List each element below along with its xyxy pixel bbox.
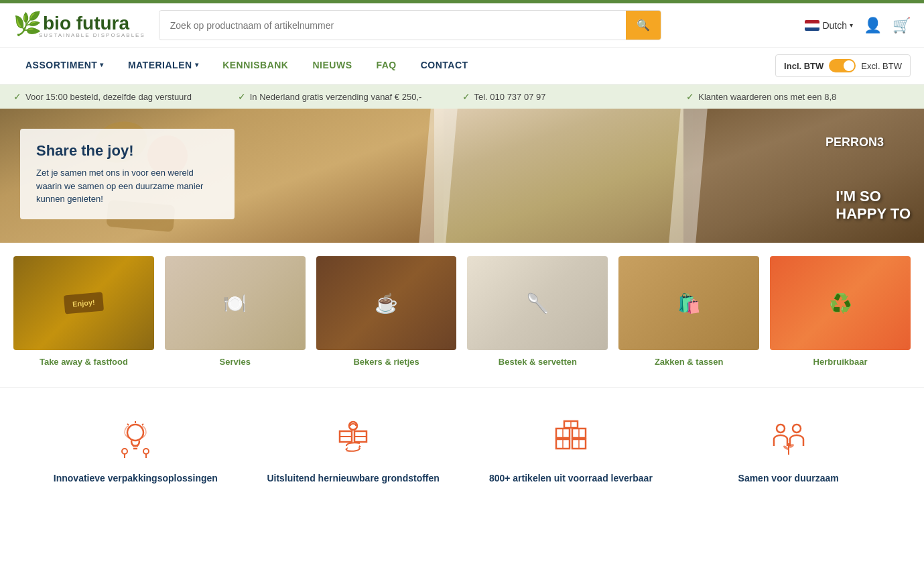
- info-item-1: ✓ Voor 15:00 besteld, dezelfde dag verst…: [13, 91, 238, 102]
- chevron-down-icon: ▾: [195, 61, 199, 68]
- hero-right-subtext: I'M SOHAPPY TO: [836, 188, 911, 223]
- nav-item-assortiment[interactable]: ASSORTIMENT ▾: [13, 48, 116, 84]
- svg-point-27: [777, 424, 785, 433]
- category-img-bekers: ☕: [316, 256, 457, 350]
- header: 🌿 bio futura SUSTAINABLE DISPOSABLES 🔍 D…: [0, 3, 924, 48]
- feature-label-hernieuwbare: Uitsluitend hernieuwbare grondstoffen: [267, 472, 439, 485]
- btw-toggle[interactable]: Incl. BTW Excl. BTW: [775, 54, 911, 77]
- logo-text: bio futura: [43, 13, 129, 34]
- category-label-herbruikbaar: Herbruikbaar: [813, 357, 868, 367]
- hero-text-box: Share the joy! Zet je samen met ons in v…: [20, 129, 235, 219]
- account-icon[interactable]: 👤: [864, 17, 882, 34]
- category-servies[interactable]: 🍽️ Servies: [165, 256, 306, 367]
- cart-icon[interactable]: 🛒: [893, 17, 911, 34]
- hero-right-text: PERRON3: [826, 135, 884, 150]
- search-icon: 🔍: [637, 19, 650, 31]
- category-takeaway[interactable]: Enjoy! Take away & fastfood: [13, 256, 154, 367]
- category-label-bekers: Bekers & rietjes: [353, 357, 419, 367]
- check-icon: ✓: [462, 91, 470, 102]
- svg-point-28: [793, 424, 801, 433]
- language-label: Dutch: [822, 20, 847, 31]
- feature-label-artikelen: 800+ artikelen uit voorraad leverbaar: [489, 472, 653, 485]
- category-label-bestek: Bestek & servetten: [499, 357, 577, 367]
- category-img-takeaway: Enjoy!: [13, 256, 154, 350]
- hero-description: Zet je samen met ons in voor een wereld …: [36, 166, 218, 206]
- hero-banner: PERRON3 I'M SOHAPPY TO Share the joy! Ze…: [0, 109, 924, 243]
- feature-label-innovatieve: Innovatieve verpakkingsoplossingen: [54, 472, 218, 485]
- category-zakken[interactable]: 🛍️ Zakken & tassen: [618, 256, 759, 367]
- hero-title: Share the joy!: [36, 142, 218, 160]
- svg-line-5: [142, 424, 143, 425]
- nav-item-kennisbank[interactable]: KENNISBANK: [210, 48, 300, 84]
- feature-artikelen: 800+ artikelen uit voorraad leverbaar: [462, 408, 680, 492]
- feature-label-duurzaam: Samen voor duurzaam: [738, 472, 839, 485]
- svg-point-0: [127, 424, 143, 441]
- header-right: Dutch ▾ 👤 🛒: [805, 17, 911, 34]
- features-section: Innovatieve verpakkingsoplossingen Uitsl…: [0, 387, 924, 512]
- search-button[interactable]: 🔍: [626, 11, 661, 40]
- btw-switch[interactable]: [829, 59, 856, 72]
- check-icon: ✓: [13, 91, 21, 102]
- nav-item-materialen[interactable]: MATERIALEN ▾: [116, 48, 210, 84]
- feature-innovatieve: Innovatieve verpakkingsoplossingen: [27, 408, 245, 492]
- people-icon: [765, 414, 812, 461]
- check-icon: ✓: [238, 91, 246, 102]
- category-herbruikbaar[interactable]: ♻️ Herbruikbaar: [770, 256, 911, 367]
- language-selector[interactable]: Dutch ▾: [805, 20, 853, 31]
- category-img-herbruikbaar: ♻️: [770, 256, 911, 350]
- feature-duurzaam: Samen voor duurzaam: [679, 408, 897, 492]
- category-label-takeaway: Take away & fastfood: [40, 357, 128, 367]
- category-label-servies: Servies: [220, 357, 251, 367]
- info-item-3: ✓ Tel. 010 737 07 97: [462, 91, 687, 102]
- logo-leaf-icon: 🌿: [13, 12, 42, 35]
- flag-icon: [805, 20, 819, 31]
- category-label-zakken: Zakken & tassen: [655, 357, 724, 367]
- check-icon: ✓: [686, 91, 694, 102]
- nav-item-nieuws[interactable]: NIEUWS: [300, 48, 364, 84]
- search-input[interactable]: [159, 12, 626, 39]
- nav-item-faq[interactable]: FAQ: [364, 48, 408, 84]
- category-bekers[interactable]: ☕ Bekers & rietjes: [316, 256, 457, 367]
- recycle-icon: [330, 414, 377, 461]
- btw-incl-label: Incl. BTW: [784, 61, 823, 71]
- feature-hernieuwbare: Uitsluitend hernieuwbare grondstoffen: [245, 408, 462, 492]
- svg-point-8: [143, 449, 149, 454]
- category-img-bestek: 🥄: [467, 256, 608, 350]
- btw-excl-label: Excl. BTW: [861, 61, 902, 71]
- svg-line-4: [127, 424, 129, 425]
- hero-panel-mid: [434, 109, 693, 243]
- hero-panel-right: [683, 109, 924, 243]
- chevron-down-icon: ▾: [850, 21, 853, 29]
- chevron-down-icon: ▾: [100, 61, 104, 68]
- info-item-2: ✓ In Nederland gratis verzending vanaf €…: [238, 91, 462, 102]
- lightbulb-icon: [112, 414, 159, 461]
- info-item-4: ✓ Klanten waarderen ons met een 8,8: [686, 91, 911, 102]
- category-bestek[interactable]: 🥄 Bestek & servetten: [467, 256, 608, 367]
- nav-item-contact[interactable]: CONTACT: [409, 48, 480, 84]
- warehouse-icon: [547, 414, 594, 461]
- svg-point-6: [122, 449, 127, 454]
- category-img-servies: 🍽️: [165, 256, 306, 350]
- main-nav: ASSORTIMENT ▾ MATERIALEN ▾ KENNISBANK NI…: [0, 48, 924, 84]
- logo-subtitle: SUSTAINABLE DISPOSABLES: [39, 32, 145, 38]
- category-img-zakken: 🛍️: [618, 256, 759, 350]
- logo[interactable]: 🌿 bio futura SUSTAINABLE DISPOSABLES: [13, 12, 145, 38]
- info-bar: ✓ Voor 15:00 besteld, dezelfde dag verst…: [0, 84, 924, 109]
- search-bar: 🔍: [159, 10, 661, 40]
- category-grid: Enjoy! Take away & fastfood 🍽️ Servies ☕…: [0, 243, 924, 380]
